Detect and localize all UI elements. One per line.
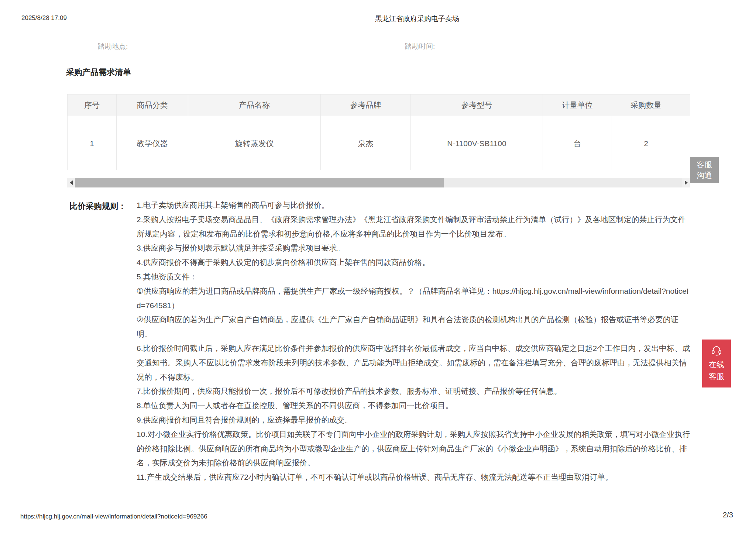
page-title: 黑龙江省政府采购电子卖场 <box>375 14 459 24</box>
rule-item: 4.供应商报价不得高于采购人设定的初步意向价格和供应商上架在售的同款商品价格。 <box>137 255 690 270</box>
column-header-brand: 参考品牌 <box>321 94 411 116</box>
column-header-model: 参考型号 <box>411 94 543 116</box>
scroll-left-icon <box>70 180 73 185</box>
table-row: 1 教学仪器 旋转蒸发仪 泉杰 N-1100V-SB1100 台 2 <box>68 116 690 170</box>
rule-item: 6.比价报价时间截止后，采购人应在满足比价条件并参加报价的供应商中选择排名价最低… <box>137 341 690 384</box>
cell-index: 1 <box>68 116 117 170</box>
footer-url: https://hljcg.hlj.gov.cn/mall-view/infor… <box>20 513 207 520</box>
customer-chat-label-line2: 沟通 <box>690 170 719 180</box>
rules-label: 比价采购规则： <box>69 201 126 212</box>
cell-brand: 泉杰 <box>321 116 411 170</box>
cell-model: N-1100V-SB1100 <box>411 116 543 170</box>
rule-item: 3.供应商参与报价则表示默认满足并接受采购需求项目要求。 <box>137 241 690 255</box>
column-header-product-name: 产品名称 <box>188 94 321 116</box>
rule-item: 5.其他资质文件： <box>137 270 690 284</box>
headset-icon <box>711 345 722 356</box>
column-header-category: 商品分类 <box>117 94 188 116</box>
scrollbar-thumb[interactable] <box>75 178 444 187</box>
rule-item: 2.采购人按照电子卖场交易商品品目、《政府采购需求管理办法》《黑龙江省政府采购文… <box>137 213 690 241</box>
cell-product-name: 旋转蒸发仪 <box>188 116 321 170</box>
scroll-right-button[interactable] <box>682 178 690 187</box>
rule-item: ①供应商响应的若为进口商品或品牌商品，需提供生产厂家或一级经销商授权。？（品牌商… <box>137 284 690 313</box>
cell-clipped <box>680 116 690 170</box>
product-list-heading: 采购产品需求清单 <box>66 67 131 78</box>
survey-location-label: 踏勘地点: <box>98 42 128 51</box>
print-date: 2025/8/28 17:09 <box>21 14 67 22</box>
product-table: 序号 商品分类 产品名称 参考品牌 参考型号 计量单位 采购数量 是 1 教学仪… <box>67 94 690 170</box>
product-table-viewport: 序号 商品分类 产品名称 参考品牌 参考型号 计量单位 采购数量 是 1 教学仪… <box>67 94 690 170</box>
online-service-label-line1: 在线 <box>709 359 724 370</box>
rule-item: 1.电子卖场供应商用其上架销售的商品可参与比价报价。 <box>137 198 690 213</box>
column-header-unit: 计量单位 <box>543 94 612 116</box>
customer-chat-button[interactable]: 客服 沟通 <box>690 157 719 183</box>
scroll-left-button[interactable] <box>67 178 75 187</box>
page-number: 2/3 <box>723 511 733 519</box>
table-header-row: 序号 商品分类 产品名称 参考品牌 参考型号 计量单位 采购数量 是 <box>68 94 690 116</box>
rule-item: 7.比价报价期间，供应商只能报价一次，报价后不可修改报价产品的技术参数、服务标准… <box>137 384 690 399</box>
content-frame-left-border <box>46 25 46 507</box>
rule-item: 8.单位负责人为同一人或者存在直接控股、管理关系的不同供应商，不得参加同一比价项… <box>137 399 690 413</box>
cell-unit: 台 <box>543 116 612 170</box>
customer-chat-label-line1: 客服 <box>690 159 719 170</box>
rule-item: 11.产生成交结果后，供应商应72小时内确认订单，不可不确认订单或以商品价格错误… <box>137 470 690 485</box>
column-header-quantity: 采购数量 <box>612 94 680 116</box>
content-frame-right-border <box>710 25 710 507</box>
column-header-clipped: 是 <box>680 94 690 116</box>
rule-item: 9.供应商报价相同且符合报价规则的，应选择最早报价的成交。 <box>137 413 690 427</box>
cell-quantity: 2 <box>612 116 680 170</box>
rule-item: ②供应商响应的若为生产厂家自产自销商品，应提供《生产厂家自产自销商品证明》和具有… <box>137 313 690 341</box>
rule-item: 10.对小微企业实行价格优惠政策。比价项目如关联了不专门面向中小企业的政府采购计… <box>137 427 690 470</box>
horizontal-scrollbar[interactable] <box>67 178 690 187</box>
survey-time-label: 踏勘时间: <box>405 42 435 51</box>
column-header-index: 序号 <box>68 94 117 116</box>
rules-text: 1.电子卖场供应商用其上架销售的商品可参与比价报价。 2.采购人按照电子卖场交易… <box>137 198 690 485</box>
scroll-right-icon <box>685 180 688 185</box>
cell-category: 教学仪器 <box>117 116 188 170</box>
online-service-button[interactable]: 在线 客服 <box>702 340 731 387</box>
online-service-label-line2: 客服 <box>709 371 724 382</box>
